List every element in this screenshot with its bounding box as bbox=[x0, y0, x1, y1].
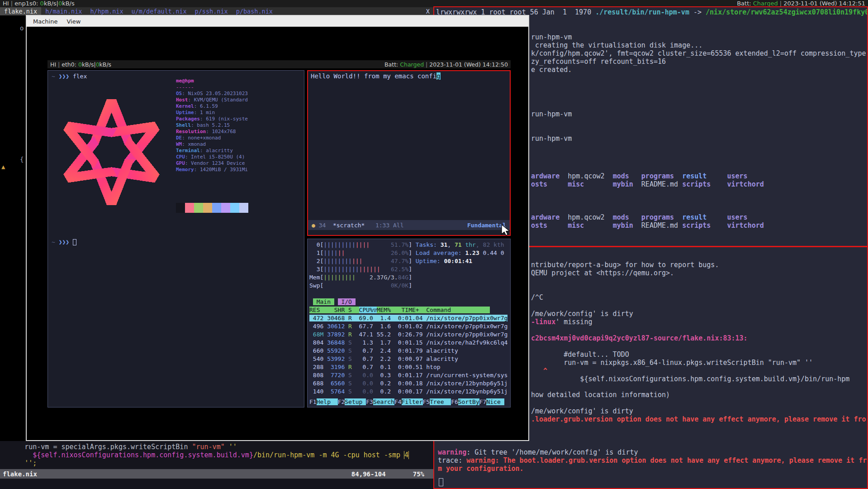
menu-machine[interactable]: Machine bbox=[29, 17, 61, 26]
text-seg: : xmonad bbox=[182, 141, 206, 147]
text-seg: : alacritty bbox=[200, 148, 233, 153]
text-seg: 67.7 1.6 0:01.02 /nix/store/p7pp0ix0wr7g bbox=[352, 323, 508, 330]
text-seg bbox=[605, 213, 613, 221]
guest-terminal[interactable]: ~ ❯❯❯ flex bbox=[47, 70, 304, 408]
text-seg: users bbox=[727, 172, 748, 180]
text-seg: Swp[ bbox=[309, 282, 323, 289]
text-seg: /nix/store/rwv62az54zgiwcx0708li0n19fky0 bbox=[706, 8, 868, 16]
text-seg: 496 bbox=[309, 323, 327, 330]
text-seg: "run-vm" bbox=[192, 443, 224, 451]
text-seg: 0.0 bbox=[362, 380, 373, 387]
text-seg bbox=[633, 180, 641, 188]
tab-flake-nix[interactable]: flake.nix bbox=[0, 7, 41, 15]
text-line: zy_refcounts=off refcount_bits=16 bbox=[531, 58, 866, 66]
text-line: me@hpm bbox=[176, 78, 248, 84]
text-seg bbox=[352, 388, 362, 395]
text-seg bbox=[345, 249, 391, 256]
tab-p-ssh-nix[interactable]: p/ssh.nix bbox=[191, 7, 232, 15]
text-seg: WM bbox=[176, 141, 182, 147]
occluded-text-fragment: o bbox=[20, 24, 24, 32]
text-seg: result bbox=[682, 172, 707, 180]
text-seg bbox=[309, 298, 313, 305]
text-line: ntribute/report-a-bug> for how to report… bbox=[531, 261, 719, 269]
text-line: run-hpm-vm bbox=[531, 134, 572, 143]
close-icon[interactable]: X bbox=[422, 8, 433, 15]
text-seg: Tasks: bbox=[412, 241, 441, 248]
text-line: e created. bbox=[531, 66, 866, 74]
text-seg: programs bbox=[641, 213, 674, 221]
emacs-window[interactable]: Hello World!! from my emacs config ● 34 … bbox=[307, 70, 511, 236]
text-seg: k/config/hpm.qcow2', fmt=qcow2 cluster_s… bbox=[531, 49, 866, 58]
tab-p-bash-nix[interactable]: p/bash.nix bbox=[232, 7, 277, 15]
vim-buffer: run-vm = specialArgs.pkgs.writeScriptBin… bbox=[0, 441, 433, 467]
text-seg: c2bcsm4xmj0vd0capi9q2yc0yzl87-source/fla… bbox=[531, 334, 748, 342]
text-seg: : 619 (nix-syste bbox=[200, 116, 248, 122]
htop-function-keys[interactable]: F1Help F2Setup F3SearchF4FilterF5Tree F6… bbox=[309, 398, 504, 405]
tab-h-hpm-nix[interactable]: h/hpm.nix bbox=[86, 7, 127, 15]
text-seg: run-hpm-vm bbox=[531, 134, 572, 143]
vm-screen[interactable]: HI | eth0: 0kB/s|0kB/s Batt: Charged | 2… bbox=[27, 27, 528, 440]
text-seg: ' missing bbox=[555, 318, 592, 326]
text-line: /me/work/config' is dirty bbox=[531, 407, 866, 415]
text-seg: hpm.qcow2 bbox=[568, 213, 604, 221]
text-line: ardware hpm.qcow2 mods programs result u… bbox=[531, 172, 764, 180]
text-seg: 4 bbox=[404, 451, 408, 459]
htop-window[interactable]: 0[||||||||||||| 51.7%] Tasks: 31, 71 thr… bbox=[307, 239, 511, 408]
text-seg: 47.7% bbox=[391, 258, 408, 264]
text-seg bbox=[73, 239, 76, 245]
text-seg bbox=[345, 323, 348, 330]
text-seg bbox=[711, 221, 727, 230]
text-line: 808 7720 S 0.0 0.3 0:01.17 /run/current-… bbox=[309, 372, 508, 380]
guest-statusbar: HI | eth0: 0kB/s|0kB/s Batt: Charged | 2… bbox=[47, 60, 511, 68]
text-seg bbox=[707, 213, 727, 221]
text-line: 804 36848 S 1.3 1.7 0:01.15 /nix/store/h… bbox=[309, 339, 508, 347]
text-seg: Memory bbox=[176, 167, 194, 173]
text-seg: 0.7 0.1 0:00.51 htop bbox=[352, 364, 441, 370]
palette-swatch bbox=[239, 203, 248, 213]
text-seg: 0[ bbox=[309, 241, 323, 248]
text-seg: F4 bbox=[394, 398, 402, 405]
text-seg: Tree bbox=[430, 398, 451, 405]
text-seg: /^C bbox=[531, 293, 543, 302]
text-seg: , bbox=[447, 241, 455, 248]
terminal-cursor bbox=[439, 478, 443, 486]
text-seg: , 82 kth bbox=[476, 241, 504, 248]
menu-view[interactable]: View bbox=[63, 17, 84, 26]
tab-h-main-nix[interactable]: h/main.nix bbox=[41, 7, 86, 15]
text-line: Resolution: 1024x768 bbox=[176, 129, 248, 135]
text-seg: Hello World!! from my emacs confi bbox=[311, 72, 436, 80]
text-seg: 55920 bbox=[327, 347, 345, 354]
vim-editor[interactable]: run-vm = specialArgs.pkgs.writeScriptBin… bbox=[0, 441, 433, 489]
text-seg: 5764 bbox=[331, 388, 345, 395]
occluded-warning-fragment: ▲ bbox=[1, 163, 5, 170]
text-seg: 0 bbox=[58, 0, 62, 7]
desktop: HI | enp1s0: 0kB/s|0kB/s Batt: Charged |… bbox=[0, 0, 868, 489]
text-seg: R bbox=[348, 331, 352, 338]
text-seg bbox=[547, 221, 568, 230]
text-line: Shell: bash 5.2.15 bbox=[176, 122, 248, 129]
text-seg: | bbox=[424, 61, 429, 68]
palette-swatch bbox=[212, 203, 221, 213]
text-seg: : 1 min bbox=[194, 110, 215, 115]
text-seg: me@hpm bbox=[176, 78, 194, 84]
tab-u-m-default-nix[interactable]: u/m/default.nix bbox=[128, 7, 191, 15]
text-seg: 84G bbox=[398, 274, 408, 281]
emacs-modeline-mode: Fundamental bbox=[467, 222, 506, 229]
text-seg: ${self.nixosConfigurations.hpm.config.sy… bbox=[531, 375, 849, 383]
text-seg bbox=[629, 213, 641, 221]
text-seg: Batt: bbox=[384, 61, 400, 68]
text-seg: MEM% TIME+ Command bbox=[377, 307, 490, 313]
terminal-output: ntribute/report-a-bug> for how to report… bbox=[531, 261, 719, 277]
text-seg: 53992 bbox=[327, 355, 345, 362]
text-seg: Mem[ bbox=[309, 274, 323, 281]
text-seg: Uptime: bbox=[412, 258, 444, 264]
text-seg: Shell bbox=[176, 122, 191, 128]
text-seg bbox=[345, 331, 348, 338]
text-seg: S bbox=[348, 372, 352, 379]
text-seg: 34 bbox=[319, 222, 333, 229]
text-seg: Search bbox=[373, 398, 394, 405]
text-seg: 47.1 55.2 0:26.79 /nix/store/p7pp0ix0wr7… bbox=[352, 331, 508, 338]
text-seg: S bbox=[348, 388, 352, 395]
text-seg: || bbox=[338, 249, 345, 256]
text-seg bbox=[560, 213, 568, 221]
